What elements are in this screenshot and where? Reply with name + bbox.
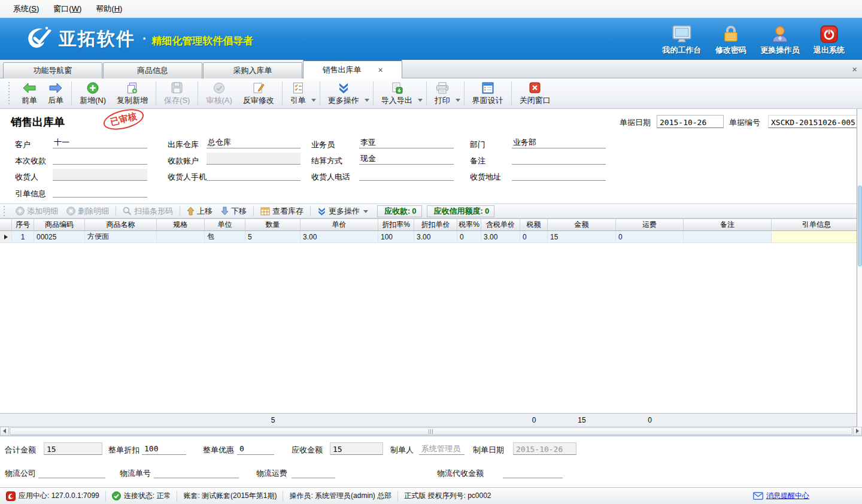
- move-up-button[interactable]: 上移: [183, 206, 217, 217]
- grid-header[interactable]: 折扣率%: [378, 218, 414, 231]
- save-button[interactable]: 保存(S): [159, 80, 195, 107]
- make-date-input[interactable]: [513, 442, 576, 455]
- import-export-dropdown-arrow[interactable]: [418, 99, 423, 102]
- add-detail-button[interactable]: 添加明细: [11, 206, 62, 217]
- ref-info-input[interactable]: [53, 186, 147, 198]
- cell-price[interactable]: 3.00: [301, 231, 378, 243]
- more-actions-button[interactable]: 更多操作: [323, 80, 365, 107]
- more-actions-dropdown-arrow[interactable]: [365, 99, 369, 102]
- new-button[interactable]: 新增(N): [74, 80, 111, 107]
- cell-remark[interactable]: [684, 231, 772, 243]
- consignee-phone-input[interactable]: [359, 169, 454, 181]
- grid-header[interactable]: 备注: [684, 218, 772, 231]
- detail-more-dropdown-arrow[interactable]: [363, 210, 368, 213]
- consignee-input[interactable]: [53, 169, 147, 181]
- grid-header[interactable]: 引单信息: [772, 218, 862, 231]
- doc-date-input[interactable]: [657, 115, 724, 128]
- exit-system-button[interactable]: 退出系统: [805, 23, 854, 56]
- logistics-fee-input[interactable]: [292, 466, 335, 478]
- switch-operator-button[interactable]: 更换操作员: [755, 23, 805, 56]
- cell-freight[interactable]: 0: [616, 231, 684, 243]
- cell-unit[interactable]: 包: [205, 231, 245, 243]
- tab-purchase-inbound[interactable]: 采购入库单: [203, 62, 302, 78]
- grid-header[interactable]: 税额: [520, 218, 548, 231]
- print-button[interactable]: 打印: [429, 80, 456, 107]
- grid-header[interactable]: 商品编码: [34, 218, 85, 231]
- table-row[interactable]: 1 00025 方便面 包 5 3.00 100 3.00 0 3.00 0 1…: [0, 231, 862, 243]
- salesman-input[interactable]: [359, 136, 454, 148]
- grid-header[interactable]: 单价: [301, 218, 378, 231]
- receivable-amount-input[interactable]: [330, 442, 383, 455]
- tabstrip-close-icon[interactable]: ×: [852, 64, 857, 74]
- menu-help[interactable]: 帮助(H): [89, 1, 129, 17]
- copy-new-button[interactable]: 复制新增: [111, 80, 153, 107]
- cell-product-name[interactable]: 方便面: [85, 231, 157, 243]
- vertical-scrollbar-thumb[interactable]: [858, 186, 862, 266]
- logistics-cod-input[interactable]: [503, 466, 563, 478]
- view-stock-button[interactable]: 查看库存: [256, 206, 308, 217]
- audit-button[interactable]: 审核(A): [201, 80, 237, 107]
- close-window-button[interactable]: 关闭窗口: [514, 80, 556, 107]
- unaudit-modify-button[interactable]: 反审修改: [238, 80, 280, 107]
- total-amount-input[interactable]: [44, 442, 102, 455]
- scan-barcode-button[interactable]: 扫描条形码: [119, 206, 177, 217]
- grid-header[interactable]: 规格: [157, 218, 205, 231]
- detail-more-actions-button[interactable]: 更多操作: [313, 206, 372, 217]
- customer-input[interactable]: [53, 136, 147, 148]
- cell-spec[interactable]: [157, 231, 205, 243]
- cell-tax-rate[interactable]: 0: [457, 231, 481, 243]
- cell-price-with-tax[interactable]: 3.00: [481, 231, 520, 243]
- cell-ref-info[interactable]: [772, 231, 862, 243]
- ui-design-button[interactable]: 界面设计: [467, 80, 509, 107]
- grid-header[interactable]: 单位: [205, 218, 245, 231]
- menu-system[interactable]: 系统(S): [6, 1, 46, 17]
- cell-tax[interactable]: 0: [520, 231, 548, 243]
- my-workbench-button[interactable]: 我的工作台: [657, 23, 706, 56]
- tab-sales-outbound[interactable]: 销售出库单 ×: [303, 60, 402, 78]
- delete-detail-button[interactable]: 删除明细: [62, 206, 113, 217]
- cell-product-code[interactable]: 00025: [34, 231, 85, 243]
- grid-header[interactable]: 商品名称: [85, 218, 157, 231]
- department-input[interactable]: [512, 136, 606, 148]
- ref-doc-button[interactable]: 引单: [285, 80, 311, 107]
- cell-qty[interactable]: 5: [245, 231, 301, 243]
- grid-header[interactable]: 数量: [245, 218, 301, 231]
- cell-discount-rate[interactable]: 100: [378, 231, 414, 243]
- grid-header[interactable]: 金额: [548, 218, 616, 231]
- grid-header[interactable]: 序号: [12, 218, 34, 231]
- address-input[interactable]: [512, 169, 606, 181]
- print-dropdown-arrow[interactable]: [456, 99, 460, 102]
- detail-toolbar-grip[interactable]: [4, 206, 7, 216]
- ref-doc-dropdown-arrow[interactable]: [311, 99, 316, 102]
- reduction-input[interactable]: [237, 442, 274, 455]
- prev-doc-button[interactable]: 前单: [16, 80, 43, 107]
- discount-input[interactable]: [142, 442, 186, 455]
- next-doc-button[interactable]: 后单: [43, 80, 69, 107]
- change-password-button[interactable]: 修改密码: [706, 23, 755, 56]
- scroll-right-button[interactable]: [853, 427, 862, 436]
- grid-header[interactable]: 运费: [616, 218, 684, 231]
- cell-discount-price[interactable]: 3.00: [414, 231, 457, 243]
- logistics-no-input[interactable]: [154, 466, 239, 478]
- toolbar-grip[interactable]: [8, 82, 11, 105]
- consignee-mobile-input[interactable]: [207, 169, 301, 181]
- cell-seq[interactable]: 1: [12, 231, 34, 243]
- maker-input[interactable]: [419, 442, 465, 455]
- settlement-input[interactable]: [359, 153, 454, 165]
- move-down-button[interactable]: 下移: [217, 206, 251, 217]
- import-export-button[interactable]: 导入导出: [376, 80, 418, 107]
- scrollbar-thumb[interactable]: [10, 427, 852, 435]
- grid-header[interactable]: 税率%: [457, 218, 481, 231]
- doc-number-input[interactable]: [768, 115, 858, 128]
- remark-input[interactable]: [512, 153, 606, 165]
- message-center-link[interactable]: 消息提醒中心: [753, 491, 809, 501]
- warehouse-input[interactable]: [207, 136, 301, 148]
- grid-header[interactable]: 含税单价: [481, 218, 520, 231]
- logistics-company-input[interactable]: [38, 466, 105, 478]
- account-input[interactable]: [207, 153, 301, 165]
- horizontal-scrollbar[interactable]: [0, 427, 862, 436]
- received-input[interactable]: [53, 153, 147, 165]
- vertical-scrollbar[interactable]: [857, 109, 862, 427]
- cell-amount[interactable]: 15: [548, 231, 616, 243]
- tab-close-icon[interactable]: ×: [378, 66, 383, 74]
